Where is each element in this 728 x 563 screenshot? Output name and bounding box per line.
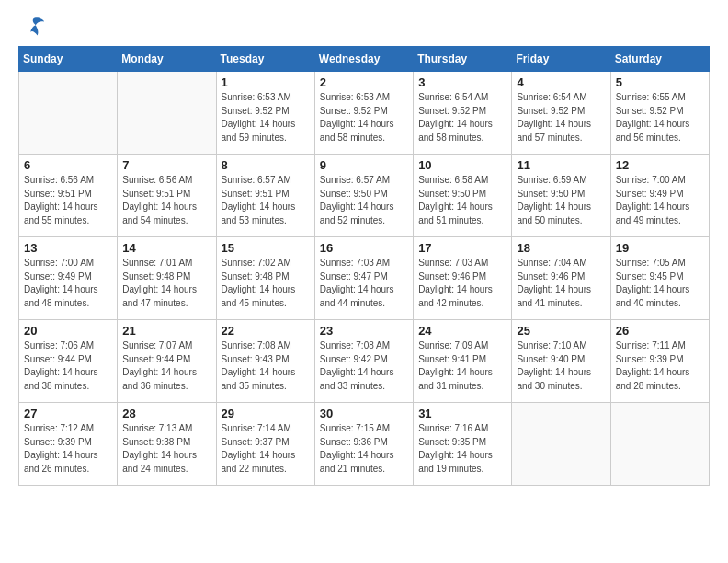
calendar-week-2: 6Sunrise: 6:56 AM Sunset: 9:51 PM Daylig… <box>19 155 710 237</box>
day-number: 12 <box>616 158 704 172</box>
calendar-cell: 22Sunrise: 7:08 AM Sunset: 9:43 PM Dayli… <box>216 320 314 403</box>
calendar-cell: 6Sunrise: 6:56 AM Sunset: 9:51 PM Daylig… <box>19 155 118 237</box>
weekday-header-row: SundayMondayTuesdayWednesdayThursdayFrid… <box>19 47 710 72</box>
calendar-cell: 13Sunrise: 7:00 AM Sunset: 9:49 PM Dayli… <box>19 237 118 320</box>
day-info: Sunrise: 7:06 AM Sunset: 9:44 PM Dayligh… <box>24 339 112 393</box>
calendar-week-3: 13Sunrise: 7:00 AM Sunset: 9:49 PM Dayli… <box>19 237 710 320</box>
calendar-cell <box>118 72 216 155</box>
day-info: Sunrise: 6:57 AM Sunset: 9:51 PM Dayligh… <box>222 174 310 227</box>
day-number: 23 <box>320 324 408 338</box>
day-info: Sunrise: 6:58 AM Sunset: 9:50 PM Dayligh… <box>418 174 506 227</box>
day-info: Sunrise: 6:59 AM Sunset: 9:50 PM Dayligh… <box>517 174 605 227</box>
day-number: 29 <box>222 407 310 420</box>
day-info: Sunrise: 7:03 AM Sunset: 9:47 PM Dayligh… <box>320 257 408 310</box>
day-info: Sunrise: 6:54 AM Sunset: 9:52 PM Dayligh… <box>418 91 506 144</box>
day-info: Sunrise: 6:57 AM Sunset: 9:50 PM Dayligh… <box>320 174 408 227</box>
day-info: Sunrise: 7:07 AM Sunset: 9:44 PM Dayligh… <box>122 339 210 393</box>
day-info: Sunrise: 7:14 AM Sunset: 9:37 PM Dayligh… <box>222 422 310 476</box>
day-number: 17 <box>418 241 506 255</box>
calendar-cell: 7Sunrise: 6:56 AM Sunset: 9:51 PM Daylig… <box>118 155 216 237</box>
calendar-cell: 17Sunrise: 7:03 AM Sunset: 9:46 PM Dayli… <box>414 237 512 320</box>
weekday-header-wednesday: Wednesday <box>314 47 413 72</box>
logo <box>18 15 46 37</box>
day-number: 7 <box>122 158 210 172</box>
day-number: 4 <box>517 75 605 89</box>
day-number: 13 <box>24 241 112 255</box>
day-info: Sunrise: 6:53 AM Sunset: 9:52 PM Dayligh… <box>320 91 408 144</box>
day-info: Sunrise: 7:12 AM Sunset: 9:39 PM Dayligh… <box>24 422 112 476</box>
calendar-week-1: 1Sunrise: 6:53 AM Sunset: 9:52 PM Daylig… <box>19 72 710 155</box>
calendar-cell: 11Sunrise: 6:59 AM Sunset: 9:50 PM Dayli… <box>512 155 610 237</box>
calendar-cell: 31Sunrise: 7:16 AM Sunset: 9:35 PM Dayli… <box>414 403 512 486</box>
day-number: 3 <box>418 75 506 89</box>
day-number: 21 <box>122 324 210 338</box>
day-number: 27 <box>24 407 112 420</box>
calendar-cell: 3Sunrise: 6:54 AM Sunset: 9:52 PM Daylig… <box>414 72 512 155</box>
calendar-cell: 24Sunrise: 7:09 AM Sunset: 9:41 PM Dayli… <box>414 320 512 403</box>
calendar-cell: 21Sunrise: 7:07 AM Sunset: 9:44 PM Dayli… <box>118 320 216 403</box>
day-info: Sunrise: 7:15 AM Sunset: 9:36 PM Dayligh… <box>320 422 408 476</box>
calendar-cell: 26Sunrise: 7:11 AM Sunset: 9:39 PM Dayli… <box>610 320 709 403</box>
day-number: 28 <box>122 407 210 420</box>
day-info: Sunrise: 6:54 AM Sunset: 9:52 PM Dayligh… <box>517 91 605 144</box>
weekday-header-tuesday: Tuesday <box>216 47 314 72</box>
calendar-cell: 25Sunrise: 7:10 AM Sunset: 9:40 PM Dayli… <box>512 320 610 403</box>
day-info: Sunrise: 7:10 AM Sunset: 9:40 PM Dayligh… <box>517 339 605 393</box>
calendar-cell: 4Sunrise: 6:54 AM Sunset: 9:52 PM Daylig… <box>512 72 610 155</box>
page-header <box>18 15 710 37</box>
calendar-cell: 5Sunrise: 6:55 AM Sunset: 9:52 PM Daylig… <box>610 72 709 155</box>
calendar-cell: 15Sunrise: 7:02 AM Sunset: 9:48 PM Dayli… <box>216 237 314 320</box>
calendar-cell: 20Sunrise: 7:06 AM Sunset: 9:44 PM Dayli… <box>19 320 118 403</box>
calendar-cell: 23Sunrise: 7:08 AM Sunset: 9:42 PM Dayli… <box>314 320 413 403</box>
calendar-cell: 1Sunrise: 6:53 AM Sunset: 9:52 PM Daylig… <box>216 72 314 155</box>
calendar-cell <box>512 403 610 486</box>
day-info: Sunrise: 6:55 AM Sunset: 9:52 PM Dayligh… <box>616 91 704 144</box>
day-info: Sunrise: 6:56 AM Sunset: 9:51 PM Dayligh… <box>24 174 112 227</box>
day-info: Sunrise: 7:13 AM Sunset: 9:38 PM Dayligh… <box>122 422 210 476</box>
day-number: 10 <box>418 158 506 172</box>
day-number: 8 <box>222 158 310 172</box>
day-number: 2 <box>320 75 408 89</box>
day-info: Sunrise: 7:08 AM Sunset: 9:42 PM Dayligh… <box>320 339 408 393</box>
calendar-cell: 19Sunrise: 7:05 AM Sunset: 9:45 PM Dayli… <box>610 237 709 320</box>
calendar-cell: 16Sunrise: 7:03 AM Sunset: 9:47 PM Dayli… <box>314 237 413 320</box>
calendar-cell: 18Sunrise: 7:04 AM Sunset: 9:46 PM Dayli… <box>512 237 610 320</box>
day-number: 1 <box>222 75 310 89</box>
calendar-table: SundayMondayTuesdayWednesdayThursdayFrid… <box>18 46 710 486</box>
day-info: Sunrise: 7:02 AM Sunset: 9:48 PM Dayligh… <box>222 257 310 310</box>
day-number: 24 <box>418 324 506 338</box>
weekday-header-sunday: Sunday <box>19 47 118 72</box>
calendar-cell: 2Sunrise: 6:53 AM Sunset: 9:52 PM Daylig… <box>314 72 413 155</box>
calendar-cell <box>610 403 709 486</box>
day-number: 6 <box>24 158 112 172</box>
logo-bird-icon <box>20 15 46 40</box>
weekday-header-monday: Monday <box>118 47 216 72</box>
day-info: Sunrise: 7:04 AM Sunset: 9:46 PM Dayligh… <box>517 257 605 310</box>
day-number: 15 <box>222 241 310 255</box>
day-number: 22 <box>222 324 310 338</box>
day-number: 31 <box>418 407 506 420</box>
day-info: Sunrise: 7:09 AM Sunset: 9:41 PM Dayligh… <box>418 339 506 393</box>
day-info: Sunrise: 7:01 AM Sunset: 9:48 PM Dayligh… <box>122 257 210 310</box>
calendar-cell <box>19 72 118 155</box>
calendar-cell: 28Sunrise: 7:13 AM Sunset: 9:38 PM Dayli… <box>118 403 216 486</box>
day-number: 20 <box>24 324 112 338</box>
day-info: Sunrise: 7:11 AM Sunset: 9:39 PM Dayligh… <box>616 339 704 393</box>
calendar-cell: 27Sunrise: 7:12 AM Sunset: 9:39 PM Dayli… <box>19 403 118 486</box>
day-info: Sunrise: 7:05 AM Sunset: 9:45 PM Dayligh… <box>616 257 704 310</box>
weekday-header-thursday: Thursday <box>414 47 512 72</box>
day-number: 19 <box>616 241 704 255</box>
day-info: Sunrise: 7:00 AM Sunset: 9:49 PM Dayligh… <box>24 257 112 310</box>
calendar-cell: 30Sunrise: 7:15 AM Sunset: 9:36 PM Dayli… <box>314 403 413 486</box>
calendar-week-4: 20Sunrise: 7:06 AM Sunset: 9:44 PM Dayli… <box>19 320 710 403</box>
day-number: 14 <box>122 241 210 255</box>
day-number: 9 <box>320 158 408 172</box>
calendar-cell: 29Sunrise: 7:14 AM Sunset: 9:37 PM Dayli… <box>216 403 314 486</box>
day-number: 26 <box>616 324 704 338</box>
calendar-cell: 9Sunrise: 6:57 AM Sunset: 9:50 PM Daylig… <box>314 155 413 237</box>
day-info: Sunrise: 7:03 AM Sunset: 9:46 PM Dayligh… <box>418 257 506 310</box>
day-number: 30 <box>320 407 408 420</box>
day-info: Sunrise: 7:00 AM Sunset: 9:49 PM Dayligh… <box>616 174 704 227</box>
calendar-week-5: 27Sunrise: 7:12 AM Sunset: 9:39 PM Dayli… <box>19 403 710 486</box>
calendar-cell: 8Sunrise: 6:57 AM Sunset: 9:51 PM Daylig… <box>216 155 314 237</box>
